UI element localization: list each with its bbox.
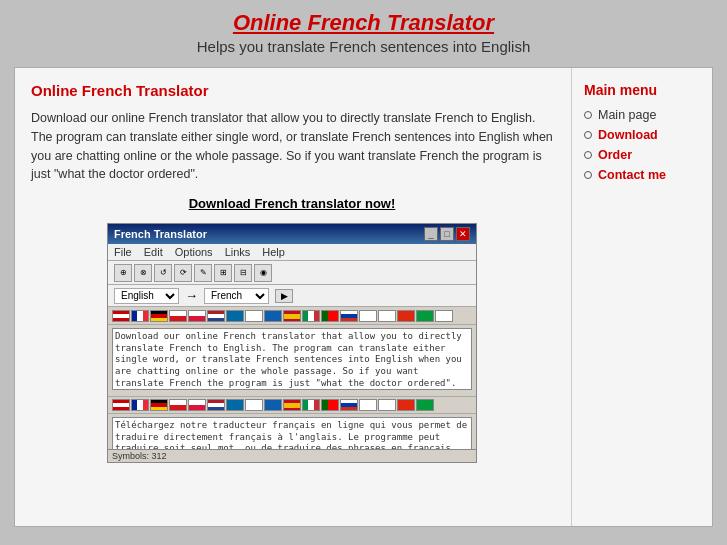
go-button[interactable]: ▶ [275, 289, 293, 303]
app-titlebar: French Translator _ □ ✕ [108, 224, 476, 244]
sidebar-item-main-page[interactable]: Main page [584, 108, 700, 122]
sidebar-item-contact-me[interactable]: Contact me [584, 168, 700, 182]
toolbar-btn-1[interactable]: ⊕ [114, 264, 132, 282]
flag-pl[interactable] [188, 310, 206, 322]
arrow-icon: → [185, 288, 198, 303]
flag-nl-2[interactable] [207, 399, 225, 411]
flag-fi[interactable] [245, 310, 263, 322]
toolbar-btn-7[interactable]: ⊟ [234, 264, 252, 282]
flag-it[interactable] [302, 310, 320, 322]
lang-from-select[interactable]: English [114, 288, 179, 304]
flag-fr-2[interactable] [131, 399, 149, 411]
toolbar-btn-4[interactable]: ⟳ [174, 264, 192, 282]
flag-cz[interactable] [169, 310, 187, 322]
menu-help[interactable]: Help [262, 246, 285, 258]
flag-pt-2[interactable] [321, 399, 339, 411]
flag-kr[interactable] [378, 310, 396, 322]
lang-to-select[interactable]: French [204, 288, 269, 304]
flag-cn-2[interactable] [397, 399, 415, 411]
bullet-icon [584, 111, 592, 119]
menu-file[interactable]: File [114, 246, 132, 258]
toolbar-btn-2[interactable]: ⊗ [134, 264, 152, 282]
flags-row-bottom [108, 396, 476, 414]
app-window-controls: _ □ ✕ [424, 227, 470, 241]
flag-ar[interactable] [435, 310, 453, 322]
app-statusbar: Symbols: 312 [108, 449, 476, 462]
flag-se-2[interactable] [226, 399, 244, 411]
toolbar-btn-5[interactable]: ✎ [194, 264, 212, 282]
language-row: English → French ▶ [108, 285, 476, 307]
flag-jp[interactable] [359, 310, 377, 322]
flag-pt[interactable] [321, 310, 339, 322]
main-wrapper: Online French Translator Download our on… [0, 63, 727, 541]
sidebar: Main menu Main pageDownloadOrderContact … [572, 68, 712, 526]
sidebar-link-0[interactable]: Main page [598, 108, 656, 122]
toolbar-btn-3[interactable]: ↺ [154, 264, 172, 282]
sidebar-link-2[interactable]: Order [598, 148, 632, 162]
flag-br-2[interactable] [416, 399, 434, 411]
app-title-text: French Translator [114, 228, 207, 240]
text-area-section-top: Download our online French translator th… [108, 325, 476, 396]
flag-fi-2[interactable] [245, 399, 263, 411]
page-subtitle: Helps you translate French sentences int… [20, 38, 707, 55]
page-title: Online French Translator [20, 10, 707, 36]
flag-gb[interactable] [112, 310, 130, 322]
menu-edit[interactable]: Edit [144, 246, 163, 258]
content-box: Online French Translator Download our on… [14, 67, 713, 527]
app-toolbar: ⊕ ⊗ ↺ ⟳ ✎ ⊞ ⊟ ◉ [108, 261, 476, 285]
flag-cn[interactable] [397, 310, 415, 322]
flag-nl[interactable] [207, 310, 225, 322]
flags-row-top [108, 307, 476, 325]
flag-pl-2[interactable] [188, 399, 206, 411]
sidebar-item-download[interactable]: Download [584, 128, 700, 142]
toolbar-btn-8[interactable]: ◉ [254, 264, 272, 282]
bullet-icon [584, 131, 592, 139]
flag-es-2[interactable] [283, 399, 301, 411]
toolbar-btn-6[interactable]: ⊞ [214, 264, 232, 282]
close-button[interactable]: ✕ [456, 227, 470, 241]
flag-de[interactable] [150, 310, 168, 322]
app-menubar: File Edit Options Links Help [108, 244, 476, 261]
flag-gr-2[interactable] [264, 399, 282, 411]
flag-kr-2[interactable] [378, 399, 396, 411]
flag-ru-2[interactable] [340, 399, 358, 411]
menu-links[interactable]: Links [225, 246, 251, 258]
bullet-icon [584, 151, 592, 159]
flag-fr[interactable] [131, 310, 149, 322]
flag-gb-2[interactable] [112, 399, 130, 411]
source-text-area[interactable]: Download our online French translator th… [112, 328, 472, 390]
flag-jp-2[interactable] [359, 399, 377, 411]
flag-ru[interactable] [340, 310, 358, 322]
sidebar-menu: Main pageDownloadOrderContact me [584, 108, 700, 182]
download-link-container: Download French translator now! [31, 196, 553, 211]
download-link-anchor[interactable]: Download French translator now! [189, 196, 396, 211]
sidebar-link-3[interactable]: Contact me [598, 168, 666, 182]
app-screenshot: French Translator _ □ ✕ File Edit Option… [107, 223, 477, 463]
sidebar-link-1[interactable]: Download [598, 128, 658, 142]
minimize-button[interactable]: _ [424, 227, 438, 241]
sidebar-heading: Main menu [584, 82, 700, 98]
content-heading: Online French Translator [31, 82, 553, 99]
content-paragraph: Download our online French translator th… [31, 109, 553, 184]
maximize-button[interactable]: □ [440, 227, 454, 241]
flag-de-2[interactable] [150, 399, 168, 411]
flag-cz-2[interactable] [169, 399, 187, 411]
flag-gr[interactable] [264, 310, 282, 322]
bullet-icon [584, 171, 592, 179]
page-header: Online French Translator Helps you trans… [0, 0, 727, 63]
content-main: Online French Translator Download our on… [15, 68, 572, 526]
flag-se[interactable] [226, 310, 244, 322]
flag-it-2[interactable] [302, 399, 320, 411]
flag-br[interactable] [416, 310, 434, 322]
flag-es[interactable] [283, 310, 301, 322]
menu-options[interactable]: Options [175, 246, 213, 258]
sidebar-item-order[interactable]: Order [584, 148, 700, 162]
